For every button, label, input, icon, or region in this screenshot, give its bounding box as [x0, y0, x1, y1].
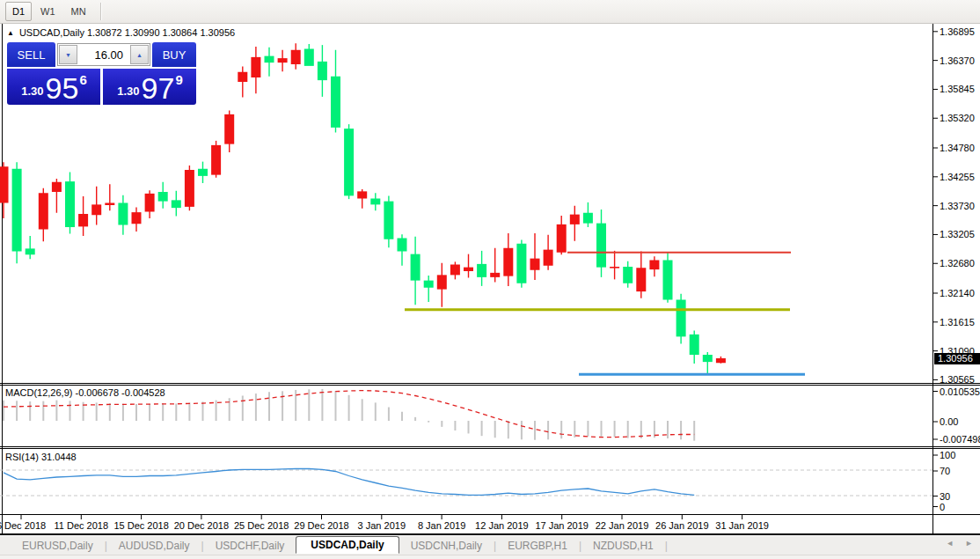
svg-text:1.34255: 1.34255: [940, 172, 975, 182]
svg-text:30: 30: [940, 491, 950, 502]
volume-increase-icon[interactable]: ▲: [130, 45, 149, 64]
svg-text:1.36370: 1.36370: [940, 55, 975, 66]
date-axis: 6 Dec 201811 Dec 201815 Dec 201820 Dec 2…: [0, 515, 769, 531]
svg-text:1.35320: 1.35320: [940, 113, 975, 123]
symbol-ohlc-text: USDCAD,Daily 1.30872 1.30990 1.30864 1.3…: [19, 27, 235, 38]
rsi-layer: 10070300: [0, 450, 955, 512]
svg-text:11 Dec 2018: 11 Dec 2018: [55, 520, 109, 531]
tab-eurgbp-h1[interactable]: EURGBP,H1: [496, 538, 579, 554]
svg-text:1.33205: 1.33205: [940, 229, 975, 239]
tab-nzdusd-h1[interactable]: NZDUSD,H1: [581, 538, 665, 554]
svg-text:15 Dec 2018: 15 Dec 2018: [113, 520, 168, 531]
chart-tab-bar: EURUSD,Daily|AUDUSD,Daily|USDCHF,DailyUS…: [0, 536, 980, 555]
svg-text:17 Jan 2019: 17 Jan 2019: [535, 520, 589, 531]
sell-price-display[interactable]: 1.30 95 6: [7, 69, 100, 105]
svg-text:1.34780: 1.34780: [940, 143, 975, 153]
svg-text:1.32140: 1.32140: [940, 288, 975, 298]
buy-price-big: 97: [142, 75, 175, 101]
svg-text:20 Dec 2018: 20 Dec 2018: [174, 520, 229, 531]
price-axis: 1.368951.363701.358451.353201.347801.342…: [933, 26, 975, 386]
buy-price-display[interactable]: 1.30 97 9: [103, 69, 196, 105]
svg-text:1.36895: 1.36895: [940, 26, 975, 37]
tab-usdcnh-daily[interactable]: USDCNH,Daily: [399, 538, 494, 554]
svg-text:25 Dec 2018: 25 Dec 2018: [234, 520, 289, 531]
svg-text:3 Jan 2019: 3 Jan 2019: [358, 520, 406, 531]
tab-eurusd-daily[interactable]: EURUSD,Daily: [11, 538, 105, 554]
svg-text:12 Jan 2019: 12 Jan 2019: [475, 520, 529, 531]
sell-price-big: 95: [46, 75, 79, 101]
sell-price-pipette: 6: [79, 72, 86, 87]
svg-text:22 Jan 2019: 22 Jan 2019: [596, 520, 649, 531]
buy-price-prefix: 1.30: [117, 85, 139, 98]
svg-text:-0.007498: -0.007498: [940, 434, 980, 445]
svg-text:1.33730: 1.33730: [940, 201, 975, 211]
volume-value[interactable]: 16.00: [78, 44, 129, 65]
svg-text:70: 70: [940, 466, 950, 476]
tabs-scroll-right-icon[interactable]: ►: [965, 539, 973, 548]
chart-symbol-title: ▲ USDCAD,Daily 1.30872 1.30990 1.30864 1…: [7, 27, 235, 38]
svg-text:1.31615: 1.31615: [940, 317, 975, 327]
tab-usdchf-daily[interactable]: USDCHF,Daily: [204, 538, 296, 554]
tab-usdcad-daily[interactable]: USDCAD,Daily: [296, 536, 399, 554]
current-price-badge: 1.30956: [934, 353, 980, 364]
svg-text:8 Jan 2019: 8 Jan 2019: [418, 520, 465, 531]
svg-text:26 Jan 2019: 26 Jan 2019: [655, 520, 709, 531]
svg-text:1.30565: 1.30565: [940, 374, 975, 385]
svg-text:0: 0: [940, 502, 945, 512]
svg-text:31 Jan 2019: 31 Jan 2019: [715, 520, 769, 531]
sell-button[interactable]: SELL: [7, 42, 55, 67]
svg-text:6 Dec 2018: 6 Dec 2018: [0, 520, 46, 531]
svg-text:100: 100: [940, 450, 955, 460]
svg-text:1.35845: 1.35845: [940, 84, 975, 94]
one-click-trade-panel: SELL ▼ 16.00 ▲ BUY 1.30 95 6 1.30 97 9: [7, 42, 196, 105]
svg-text:0.010535: 0.010535: [940, 386, 980, 397]
volume-decrease-icon[interactable]: ▼: [59, 45, 77, 64]
macd-label: MACD(12,26,9) -0.006678 -0.004528: [5, 387, 165, 398]
tab-separator: |: [665, 540, 668, 552]
volume-spinner: ▼ 16.00 ▲: [57, 43, 150, 66]
buy-button[interactable]: BUY: [152, 42, 196, 67]
rsi-label: RSI(14) 31.0448: [5, 452, 77, 462]
mt4-window: { "toolbar": { "buttons": [ {"label": "D…: [0, 0, 980, 559]
buy-price-pipette: 9: [175, 72, 182, 87]
svg-text:29 Dec 2018: 29 Dec 2018: [294, 520, 348, 531]
sell-price-prefix: 1.30: [21, 85, 43, 98]
tab-audusd-daily[interactable]: AUDUSD,Daily: [107, 538, 201, 554]
svg-text:0.00: 0.00: [940, 416, 958, 427]
svg-text:1.32680: 1.32680: [940, 258, 975, 268]
collapse-triangle-icon[interactable]: ▲: [7, 29, 14, 37]
tabs-scroll-left-icon[interactable]: ◄: [946, 539, 954, 548]
